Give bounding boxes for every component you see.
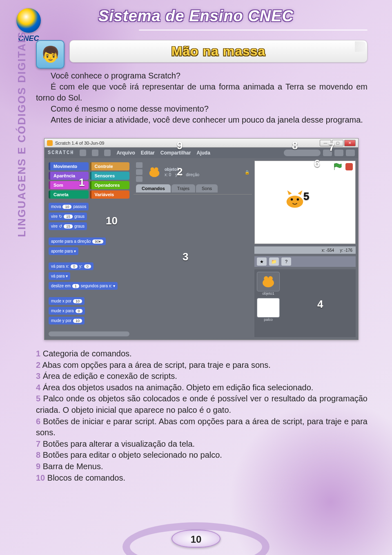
tab-sons[interactable]: Sons [196, 184, 218, 192]
close-button[interactable]: ✕ [344, 140, 356, 146]
category-label: Aparência [53, 173, 75, 178]
category-caneta[interactable]: Caneta [49, 190, 89, 199]
block[interactable]: vire ↺15graus [49, 222, 87, 230]
side-label: LINGUAGENS E CÓDIGOS DIGITAIS [16, 31, 28, 237]
sprites-panel: objeto1 palco [254, 269, 356, 337]
scripts-canvas[interactable] [134, 194, 252, 337]
block[interactable]: mude x por10 [49, 297, 85, 305]
legend-num: 2 [36, 360, 40, 369]
legend-text: Botões para alterar a visualização da te… [40, 439, 195, 448]
new-sprite-random-icon[interactable]: ? [281, 257, 291, 266]
legend-num: 6 [36, 417, 40, 426]
annotation-5: 5 [303, 190, 309, 203]
intro-line: Você conhece o programa Scratch? [36, 70, 368, 81]
sprite-item-objeto1[interactable]: objeto1 [257, 272, 280, 295]
share-icon[interactable] [104, 150, 111, 156]
legend-num: 8 [36, 450, 40, 459]
legend-text: Área dos objetos usados na animação. Obj… [40, 383, 313, 392]
rotate-free-icon[interactable] [136, 162, 143, 168]
block[interactable]: mude y por10 [49, 317, 85, 324]
category-label: Caneta [53, 192, 69, 197]
cat-sprite-icon[interactable] [283, 190, 306, 209]
block[interactable]: deslize em1segundos para x: ▾ [49, 282, 118, 290]
legend-text: Botões para editar o objeto selecionado … [40, 450, 222, 459]
category-label: Som [53, 183, 63, 188]
page-title: Sistema de Ensino CNEC [0, 7, 392, 25]
category-label: Movimento [53, 164, 77, 169]
category-operadores[interactable]: Operadores [90, 181, 130, 189]
block[interactable]: mova10passos [49, 203, 89, 210]
new-sprite-paint-icon[interactable]: ★ [257, 257, 267, 266]
menu-item[interactable]: Arquivo [116, 150, 135, 156]
save-icon[interactable] [92, 150, 98, 156]
annotation-2: 2 [177, 166, 183, 178]
rotate-none-icon[interactable] [136, 176, 143, 182]
stage-column: x: -554 y: -176 ★ 📁 ? objeto1 palco [254, 161, 356, 337]
window-titlebar[interactable]: Scratch 1.4 of 30-Jun-09 — ▢ ✕ [45, 139, 358, 148]
svg-point-6 [263, 278, 274, 287]
svg-point-3 [287, 196, 303, 208]
block[interactable]: mude x para0 [49, 307, 85, 315]
view-mode-present[interactable] [346, 150, 355, 156]
svg-point-4 [291, 198, 293, 201]
sprite-toolbar: ★ 📁 ? [254, 256, 356, 267]
section-banner-title: Mão na massa [172, 44, 266, 59]
blocks-palette-column: Movimento Controle Aparência Sensores So… [47, 161, 131, 337]
legend-text: Blocos de comandos. [45, 473, 125, 482]
app-icon [47, 140, 53, 146]
menu-item[interactable]: Compartilhar [160, 150, 191, 156]
legend-num: 7 [36, 439, 40, 448]
rotate-lr-icon[interactable] [136, 169, 143, 175]
annotation-4: 4 [317, 298, 323, 311]
category-sensores[interactable]: Sensores [90, 172, 130, 180]
annotation-6: 6 [314, 157, 320, 170]
category-variaveis[interactable]: Variáveis [90, 190, 130, 199]
legend-text: Palco onde os objetos são colocados e on… [36, 394, 368, 414]
legend-num: 4 [36, 383, 40, 392]
legend-text: Categoria de comandos. [40, 349, 131, 358]
menu-item[interactable]: Editar [141, 150, 155, 156]
block[interactable]: aponte para ▾ [49, 247, 78, 255]
block[interactable]: vá para x:0y:0 [49, 262, 94, 270]
svg-point-1 [150, 167, 154, 171]
category-movimento[interactable]: Movimento [49, 162, 89, 170]
category-grid: Movimento Controle Aparência Sensores So… [47, 161, 131, 200]
category-controle[interactable]: Controle [90, 162, 130, 170]
stage-edit-tools[interactable] [284, 150, 321, 156]
stop-button[interactable] [345, 163, 353, 170]
annotation-7: 7 [329, 141, 334, 154]
legend-num: 9 [36, 462, 40, 471]
scratch-screenshot: 9 8 7 6 5 2 1 10 3 4 Scratch 1.4 of 30-J… [44, 138, 359, 340]
annotation-9: 9 [177, 139, 183, 152]
menu-item[interactable]: Ajuda [196, 150, 210, 156]
category-label: Variáveis [95, 192, 114, 197]
legend-text: Área de edição e conexão de scripts. [40, 371, 177, 380]
page-number: 10 [172, 530, 220, 548]
sprite-item-palco[interactable]: palco [257, 298, 280, 322]
view-mode-normal[interactable] [334, 150, 343, 156]
tab-trajes[interactable]: Trajes [172, 184, 195, 192]
globe-icon[interactable] [80, 150, 86, 156]
annotation-3: 3 [183, 251, 188, 263]
svg-point-7 [264, 276, 268, 281]
sprite-info-panel: objeto1 x: 0 y: 0 direção 🔒 Comandos Tra… [134, 161, 252, 194]
blocks-scrollbar[interactable] [49, 331, 129, 336]
annotation-1: 1 [79, 176, 85, 189]
green-flag-icon[interactable] [333, 163, 342, 171]
intro-line: Antes de iniciar a atividade, você deve … [36, 114, 368, 125]
lock-icon[interactable]: 🔒 [245, 170, 249, 175]
new-sprite-file-icon[interactable]: 📁 [269, 257, 279, 266]
block[interactable]: vá para ▾ [49, 272, 70, 280]
scratch-logo: SCRATCH [48, 150, 74, 156]
legend-num: 1 [36, 349, 40, 358]
legend-text: Barra de Menus. [40, 462, 103, 471]
section-banner: Mão na massa [69, 40, 368, 63]
section-icon: 👦 [36, 40, 65, 69]
scripts-column: objeto1 x: 0 y: 0 direção 🔒 Comandos Tra… [134, 161, 252, 337]
legend-num: 3 [36, 371, 40, 380]
tab-comandos[interactable]: Comandos [136, 184, 171, 192]
title-underline [139, 29, 368, 31]
block[interactable]: aponte para a direção90▾ [49, 237, 106, 245]
block[interactable]: vire ↻15graus [49, 213, 87, 220]
script-tabs: Comandos Trajes Sons [136, 184, 249, 192]
